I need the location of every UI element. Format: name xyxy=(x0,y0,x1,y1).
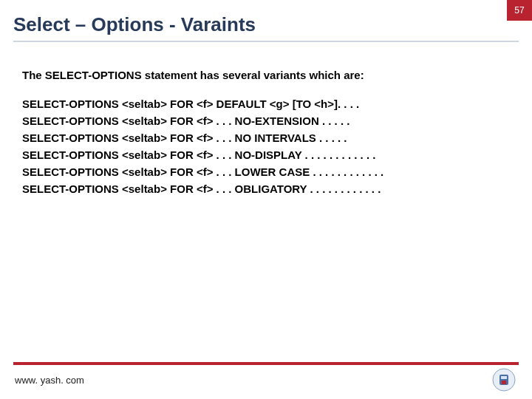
variant-line: SELECT-OPTIONS <seltab> FOR <f> . . . OB… xyxy=(22,183,510,195)
variant-line: SELECT-OPTIONS <seltab> FOR <f> DEFAULT … xyxy=(22,98,510,110)
footer-divider xyxy=(13,362,519,365)
page-number-badge: 57 xyxy=(507,0,532,21)
variant-line: SELECT-OPTIONS <seltab> FOR <f> . . . LO… xyxy=(22,166,510,178)
svg-rect-3 xyxy=(502,381,506,384)
page-number: 57 xyxy=(514,5,524,16)
slide-title: Select – Options - Varaints xyxy=(13,13,519,36)
footer-logo-icon xyxy=(492,368,516,392)
svg-rect-2 xyxy=(501,376,507,379)
variant-line: SELECT-OPTIONS <seltab> FOR <f> . . . NO… xyxy=(22,149,510,161)
variant-line: SELECT-OPTIONS <seltab> FOR <f> . . . NO… xyxy=(22,132,510,144)
title-container: Select – Options - Varaints xyxy=(0,0,532,38)
content-area: The SELECT-OPTIONS statement has several… xyxy=(0,42,532,195)
footer-url: www. yash. com xyxy=(15,375,84,386)
intro-text: The SELECT-OPTIONS statement has several… xyxy=(22,69,510,81)
variant-list: SELECT-OPTIONS <seltab> FOR <f> DEFAULT … xyxy=(22,98,510,195)
variant-line: SELECT-OPTIONS <seltab> FOR <f> . . . NO… xyxy=(22,115,510,127)
